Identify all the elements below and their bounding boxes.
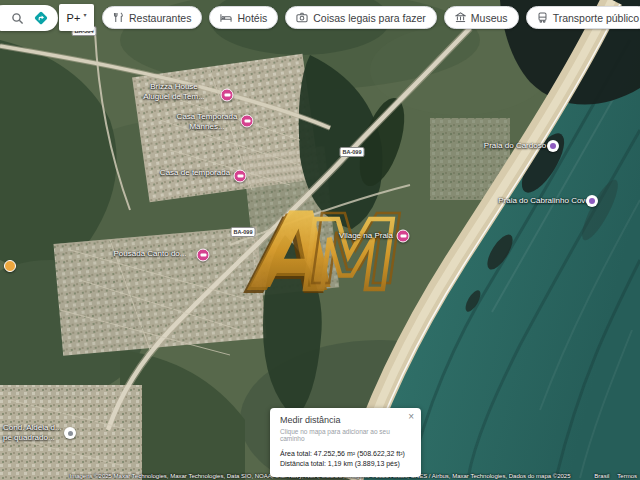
hotel-marker-pin[interactable] (221, 89, 234, 102)
gold-watermark-logo: A A A M M (239, 189, 412, 317)
road-shield: BA-099 (340, 147, 365, 157)
place-label-condominio[interactable]: Cond. Aldeia d... pé quadrado... (3, 423, 62, 442)
road-shield: BA-099 (231, 227, 256, 237)
restaurant-icon (113, 12, 124, 23)
map-footer-links: Brasil Termos (594, 473, 637, 479)
place-label-pousada[interactable]: Pousada Canto do... (114, 249, 187, 259)
poi-marker-pin[interactable] (64, 427, 76, 439)
google-maps-window: A A A M M BA-504 BA-099 BA-099 Brizza Ho… (0, 0, 640, 480)
shopping-marker-pin[interactable] (4, 260, 16, 272)
category-chip-row: Restaurantes Hotéis Coisas legais para f… (102, 6, 640, 29)
terms-link[interactable]: Termos (617, 473, 637, 479)
chip-restaurants[interactable]: Restaurantes (102, 6, 202, 29)
total-distance-value: Distância total: 1,19 km (3.889,13 pés) (280, 459, 411, 469)
chip-hotels[interactable]: Hotéis (209, 6, 278, 29)
hotel-marker-pin[interactable] (397, 230, 410, 243)
search-bar[interactable] (0, 5, 58, 31)
beach-icon (589, 198, 595, 204)
bed-icon (400, 235, 406, 238)
directions-icon[interactable] (33, 10, 49, 26)
place-label-praia-do-cardoso: Praia do Cardoso (484, 141, 546, 151)
camera-icon (296, 12, 308, 23)
beach-marker-pin[interactable] (586, 195, 598, 207)
place-label-vilage-na-praia[interactable]: Vilage na Praia (339, 231, 393, 241)
close-icon[interactable]: × (408, 412, 414, 422)
place-label-praia-cove: Praia do Cabralinho Cove (498, 196, 590, 206)
transit-icon (537, 12, 548, 23)
bed-icon (200, 254, 206, 257)
region-label: Brasil (594, 473, 609, 479)
beach-marker-pin[interactable] (547, 140, 559, 152)
chip-transit[interactable]: Transporte público (526, 6, 640, 29)
hotel-icon (220, 12, 232, 23)
place-label-brizza-house[interactable]: Brizza House Aluguel de Tem... (143, 82, 205, 101)
place-label-temporada[interactable]: Casa de temporada (160, 168, 230, 178)
watermark-letter-m: M (293, 199, 404, 311)
chip-attractions[interactable]: Coisas legais para fazer (285, 6, 437, 29)
measure-panel-title: Medir distância (280, 415, 411, 425)
bed-icon (224, 94, 230, 97)
hotel-marker-pin[interactable] (197, 249, 210, 262)
search-icon[interactable] (11, 12, 24, 25)
chip-museums[interactable]: Museus (444, 6, 519, 29)
chevron-down-icon: ▾ (83, 11, 86, 18)
measure-distance-panel: × Medir distância Clique no mapa para ad… (270, 408, 421, 477)
place-label-casa-temporada[interactable]: Casa Temporada Männes... (177, 112, 238, 131)
beach-icon (550, 143, 556, 149)
poi-dot-icon (68, 431, 73, 436)
hotel-marker-pin[interactable] (241, 115, 254, 128)
measure-panel-hint: Clique no mapa para adicionar ao seu cam… (280, 428, 411, 442)
museum-icon (455, 12, 466, 23)
bed-icon (237, 175, 243, 178)
map-layers-button[interactable]: P+ ▾ (59, 4, 94, 31)
total-area-value: Área total: 47.252,56 m² (508.622,32 ft²… (280, 449, 411, 459)
bed-icon (244, 120, 250, 123)
hotel-marker-pin[interactable] (234, 170, 247, 183)
